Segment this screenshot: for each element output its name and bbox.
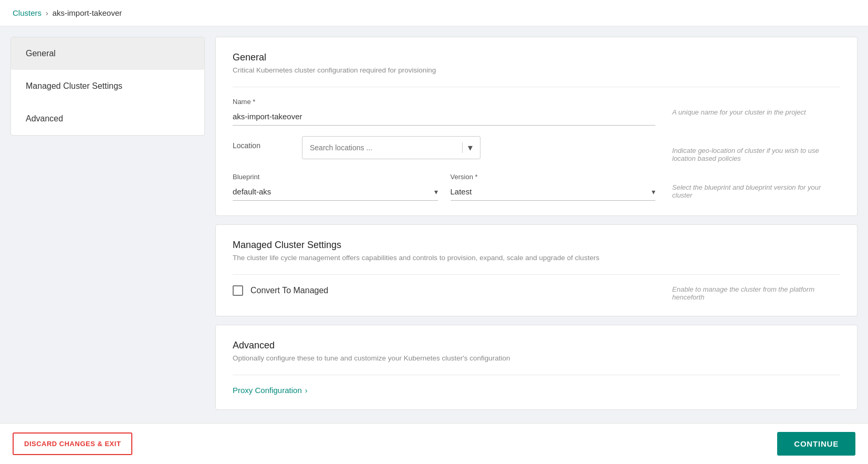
version-field: Version * Latest ▾ xyxy=(451,173,656,201)
breadcrumb-bar: Clusters › aks-import-takeover xyxy=(0,0,868,26)
main-content: General Managed Cluster Settings Advance… xyxy=(0,26,868,423)
managed-section: Managed Cluster Settings The cluster lif… xyxy=(215,224,857,316)
continue-button[interactable]: CONTINUE xyxy=(777,432,855,456)
location-hint: Indicate geo-location of cluster if you … xyxy=(672,136,840,162)
name-row: Name * A unique name for your cluster in… xyxy=(233,98,840,126)
proxy-link-label: Proxy Configuration xyxy=(233,386,302,395)
breadcrumb-current: aks-import-takeover xyxy=(53,8,122,17)
general-section: General Critical Kubernetes cluster conf… xyxy=(215,37,857,216)
advanced-subtitle: Optionally configure these to tune and c… xyxy=(233,354,840,362)
name-field: Name * xyxy=(233,98,655,126)
advanced-divider xyxy=(233,375,840,375)
blueprint-label: Blueprint xyxy=(233,173,438,181)
general-title: General xyxy=(233,52,840,63)
blueprint-field: Blueprint default-aks ▾ xyxy=(233,173,438,201)
breadcrumb-separator: › xyxy=(46,9,48,17)
blueprint-row: Blueprint default-aks ▾ Version * Latest… xyxy=(233,173,840,201)
convert-managed-label: Convert To Managed xyxy=(250,286,328,295)
location-input-col: ▾ xyxy=(302,136,655,159)
managed-divider xyxy=(233,274,840,275)
name-input[interactable] xyxy=(233,109,655,126)
sidebar-item-advanced[interactable]: Advanced xyxy=(11,102,204,135)
content-area: General Critical Kubernetes cluster conf… xyxy=(215,37,857,413)
location-search-input[interactable] xyxy=(310,143,457,152)
blueprint-select[interactable]: default-aks ▾ xyxy=(233,184,438,201)
sidebar: General Managed Cluster Settings Advance… xyxy=(11,37,205,136)
location-row: Location ▾ Indicate geo-location of clus… xyxy=(233,136,840,162)
version-value: Latest xyxy=(451,187,652,196)
managed-title: Managed Cluster Settings xyxy=(233,240,840,251)
advanced-section: Advanced Optionally configure these to t… xyxy=(215,325,857,410)
version-select[interactable]: Latest ▾ xyxy=(451,184,656,201)
footer-bar: DISCARD CHANGES & EXIT CONTINUE xyxy=(0,423,868,464)
general-divider xyxy=(233,87,840,87)
name-hint: A unique name for your cluster in the pr… xyxy=(672,98,840,116)
checkbox-col: Convert To Managed xyxy=(233,285,655,296)
breadcrumb-link[interactable]: Clusters xyxy=(13,8,41,17)
location-search-box[interactable]: ▾ xyxy=(302,136,480,159)
sidebar-item-managed-cluster-settings[interactable]: Managed Cluster Settings xyxy=(11,70,204,102)
discard-button[interactable]: DISCARD CHANGES & EXIT xyxy=(13,432,132,455)
proxy-link-arrow-icon: › xyxy=(305,386,308,395)
blueprint-arrow-icon: ▾ xyxy=(434,188,438,196)
blueprint-fields: Blueprint default-aks ▾ Version * Latest… xyxy=(233,173,655,201)
proxy-configuration-link[interactable]: Proxy Configuration › xyxy=(233,386,840,395)
blueprint-hint: Select the blueprint and blueprint versi… xyxy=(672,173,840,199)
convert-managed-checkbox[interactable] xyxy=(233,285,243,296)
general-subtitle: Critical Kubernetes cluster configuratio… xyxy=(233,66,840,74)
version-arrow-icon: ▾ xyxy=(652,188,655,196)
version-label: Version * xyxy=(451,173,656,181)
location-dropdown-icon[interactable]: ▾ xyxy=(468,142,473,153)
convert-managed-row: Convert To Managed Enable to manage the … xyxy=(233,285,840,301)
advanced-title: Advanced xyxy=(233,340,840,351)
location-label: Location xyxy=(233,136,285,150)
blueprint-value: default-aks xyxy=(233,187,434,196)
managed-subtitle: The cluster life cycle management offers… xyxy=(233,254,840,262)
name-label: Name * xyxy=(233,98,655,106)
location-box-divider xyxy=(462,142,463,153)
convert-managed-hint: Enable to manage the cluster from the pl… xyxy=(672,285,840,301)
sidebar-item-general[interactable]: General xyxy=(11,37,204,70)
